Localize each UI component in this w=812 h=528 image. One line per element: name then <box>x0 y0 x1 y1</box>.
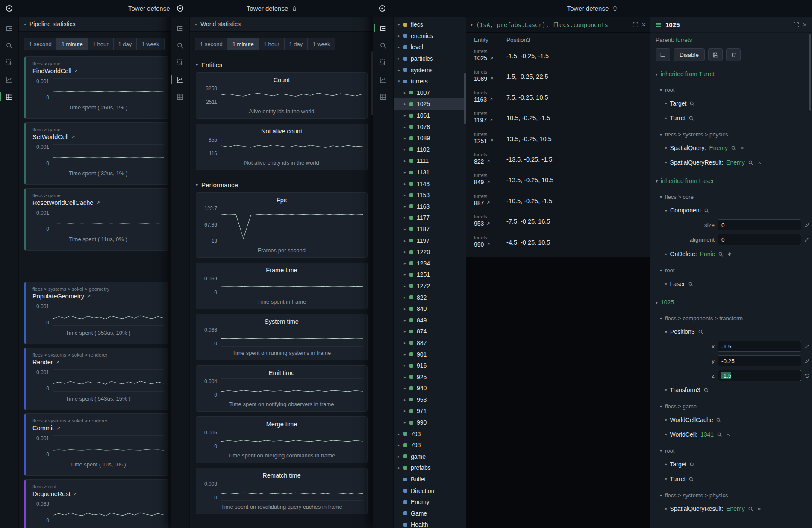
save-button[interactable] <box>708 48 723 61</box>
outliner-icon[interactable] <box>4 23 15 34</box>
close-icon[interactable]: × <box>803 21 807 28</box>
chevron-right-icon[interactable]: ▸ <box>404 420 409 425</box>
inspect-icon[interactable] <box>175 57 186 68</box>
search-icon[interactable] <box>378 40 389 51</box>
chart-icon[interactable] <box>4 74 15 85</box>
tree-item-1089[interactable]: ▸1089 <box>394 133 466 144</box>
search-icon[interactable] <box>698 329 703 335</box>
component-value-link[interactable]: Panic <box>700 251 715 257</box>
wildcard-icon[interactable] <box>727 251 732 257</box>
inspector-group[interactable]: ▾flecs > game <box>650 400 812 413</box>
query-result-row[interactable]: turrets1163↗7.5, -0.25, 10.5 <box>466 88 650 109</box>
chevron-down-icon[interactable]: ▾ <box>196 62 198 67</box>
external-link-icon[interactable]: ↗ <box>73 491 77 497</box>
chevron-right-icon[interactable]: ▸ <box>404 341 409 345</box>
query-result-row[interactable]: turrets990↗-4.5, -0.25, 10.5 <box>466 233 650 254</box>
tree-item-1061[interactable]: ▸1061 <box>394 110 466 121</box>
query-result-row[interactable]: turrets1025↗-1.5, -0.25, -1.5 <box>466 47 650 68</box>
external-link-icon[interactable]: ↗ <box>486 242 490 247</box>
wildcard-icon[interactable] <box>739 145 745 151</box>
wildcard-icon[interactable] <box>756 160 762 165</box>
pencil-icon[interactable] <box>804 237 810 242</box>
inspector-group[interactable]: ▾root <box>650 264 812 277</box>
component-value-link[interactable]: Enemy <box>709 145 728 151</box>
close-icon[interactable]: × <box>642 21 646 28</box>
tree-item-840[interactable]: ▸840 <box>394 303 466 315</box>
chevron-right-icon[interactable]: ▸ <box>404 375 409 379</box>
scrollbar-thumb[interactable] <box>371 51 373 115</box>
tree-item-798[interactable]: ▸798 <box>394 440 466 451</box>
tree-item-1197[interactable]: ▸1197 <box>394 235 466 246</box>
chevron-right-icon[interactable]: ▸ <box>398 45 403 49</box>
chevron-down-icon[interactable]: ▾ <box>660 448 662 453</box>
disable-button[interactable]: Disable <box>674 48 705 61</box>
tree-item-game[interactable]: ▸game <box>394 451 466 463</box>
inspect-icon[interactable] <box>4 57 15 68</box>
scrollbar-thumb[interactable] <box>809 34 811 111</box>
chevron-right-icon[interactable]: ▸ <box>404 136 409 140</box>
field-input-x[interactable]: -1.5 <box>718 341 801 352</box>
tree-item-887[interactable]: ▸887 <box>394 337 466 349</box>
fullscreen-icon[interactable] <box>633 22 638 28</box>
component-value-link[interactable]: Enemy <box>726 505 745 512</box>
external-link-icon[interactable]: ↗ <box>486 159 490 164</box>
external-link-icon[interactable]: ↗ <box>74 68 78 74</box>
tree-item-Direction[interactable]: Direction <box>394 485 466 496</box>
chevron-right-icon[interactable]: ▸ <box>404 409 409 413</box>
chevron-right-icon[interactable]: ▸ <box>404 295 409 300</box>
pencil-icon[interactable] <box>804 358 810 364</box>
tree-item-793[interactable]: ▸793 <box>394 428 466 440</box>
chevron-down-icon[interactable]: ▾ <box>660 88 662 92</box>
wildcard-icon[interactable] <box>756 506 762 512</box>
tree-item-925[interactable]: ▸925 <box>394 371 466 383</box>
external-link-icon[interactable]: ↗ <box>489 118 493 123</box>
chevron-right-icon[interactable]: ▸ <box>404 159 409 163</box>
search-icon[interactable] <box>175 40 186 51</box>
inspector-section[interactable]: ▾inherited from Laser <box>650 174 812 188</box>
chevron-right-icon[interactable]: ▸ <box>404 363 409 368</box>
chevron-right-icon[interactable]: ▸ <box>404 215 409 220</box>
time-range-button[interactable]: 1 week <box>308 38 335 50</box>
tree-item-particles[interactable]: ▸particles <box>394 53 466 65</box>
query-result-row[interactable]: turrets887↗-10.5, -0.25, -1.5 <box>466 192 650 212</box>
tree-item-Enemy[interactable]: Enemy <box>394 496 466 508</box>
chevron-right-icon[interactable]: ▸ <box>404 307 409 311</box>
chevron-right-icon[interactable]: ▸ <box>398 56 403 61</box>
query-result-row[interactable]: turrets849↗-13.5, -0.25, 10.5 <box>466 171 650 192</box>
time-range-button[interactable]: 1 day <box>114 38 137 50</box>
tree-item-849[interactable]: ▸849 <box>394 314 466 326</box>
chevron-down-icon[interactable]: ▾ <box>195 22 197 27</box>
chevron-right-icon[interactable]: ▸ <box>404 91 409 95</box>
fullscreen-icon[interactable] <box>793 22 799 28</box>
chevron-down-icon[interactable]: ▾ <box>196 183 198 187</box>
chevron-down-icon[interactable]: ▾ <box>24 22 26 27</box>
external-link-icon[interactable]: ↗ <box>489 138 493 144</box>
search-icon[interactable] <box>703 387 709 393</box>
chevron-right-icon[interactable]: ▸ <box>398 34 403 38</box>
table-icon[interactable] <box>378 91 389 102</box>
tree-item-1131[interactable]: ▸1131 <box>394 167 466 178</box>
tree-item-flecs[interactable]: ▸flecs <box>394 19 466 30</box>
query-result-row[interactable]: turrets1251↗13.5, -0.25, 10.5 <box>466 130 650 150</box>
inspector-group[interactable]: ▾flecs > core <box>650 190 812 203</box>
tree-item-Bullet[interactable]: Bullet <box>394 474 466 485</box>
time-range-button[interactable]: 1 hour <box>259 38 285 50</box>
chevron-right-icon[interactable]: ▸ <box>404 239 409 243</box>
revert-icon[interactable] <box>804 373 810 378</box>
chevron-right-icon[interactable]: ▸ <box>404 284 409 288</box>
time-range-button[interactable]: 1 minute <box>57 38 88 50</box>
query-result-row[interactable]: turrets1089↗1.5, -0.25, 22.5 <box>466 68 650 88</box>
tree-item-1272[interactable]: ▸1272 <box>394 280 466 292</box>
tree-item-971[interactable]: ▸971 <box>394 405 466 417</box>
search-icon[interactable] <box>688 115 694 121</box>
tree-item-822[interactable]: ▸822 <box>394 292 466 303</box>
section-header[interactable]: ▾Entities <box>190 55 373 72</box>
time-range-button[interactable]: 1 minute <box>228 38 259 50</box>
search-icon[interactable] <box>748 160 753 165</box>
search-icon[interactable] <box>716 417 721 423</box>
search-icon[interactable] <box>689 101 695 106</box>
tree-item-1251[interactable]: ▸1251 <box>394 269 466 280</box>
time-range-button[interactable]: 1 day <box>285 38 308 50</box>
scrollbar-thumb[interactable] <box>464 73 466 124</box>
chevron-down-icon[interactable]: ▾ <box>660 493 662 498</box>
